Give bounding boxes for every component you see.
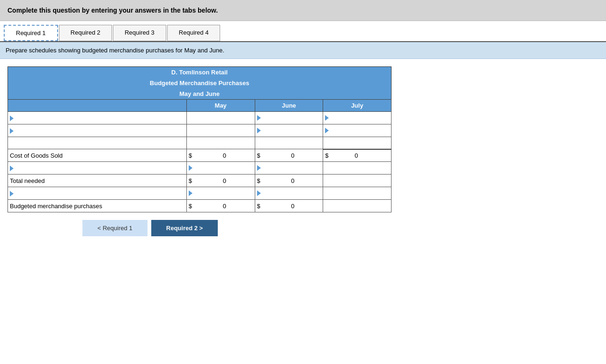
header-bar: Complete this question by entering your …	[0, 0, 606, 21]
cogs-july[interactable]: $	[323, 149, 392, 162]
arrow-icon	[257, 128, 261, 133]
next-button[interactable]: Required 2 >	[151, 220, 218, 236]
budgeted-july	[323, 200, 392, 212]
arrow-icon	[257, 115, 261, 121]
row7-may[interactable]	[186, 187, 255, 200]
row2-july[interactable]	[323, 124, 392, 137]
arrow-icon	[325, 115, 329, 121]
table-row	[8, 112, 392, 124]
table-row: Budgeted merchandise purchases $ $	[8, 200, 392, 212]
col-may: May	[186, 100, 255, 112]
row7-june[interactable]	[255, 187, 323, 200]
table-title: Budgeted Merchandise Purchases	[8, 78, 391, 88]
row7-july	[323, 187, 392, 200]
total-needed-may[interactable]: $	[186, 175, 255, 187]
cogs-may[interactable]: $	[186, 149, 255, 162]
budgeted-may-input[interactable]	[193, 203, 226, 210]
instruction-bar: Prepare schedules showing budgeted merch…	[0, 42, 606, 59]
arrow-icon	[189, 165, 192, 171]
col-july: July	[323, 100, 392, 112]
tabs-container: Required 1 Required 2 Required 3 Require…	[0, 21, 606, 42]
table-row	[8, 187, 392, 200]
table-period: May and June	[8, 88, 391, 99]
row7-label	[8, 187, 187, 200]
prev-button[interactable]: < Required 1	[82, 220, 148, 236]
arrow-icon	[189, 190, 192, 196]
total-needed-label: Total needed	[8, 175, 187, 187]
row5-june-input[interactable]	[262, 165, 295, 172]
col-label	[8, 100, 187, 112]
row2-june-input[interactable]	[262, 127, 295, 134]
cogs-june[interactable]: $	[255, 149, 323, 162]
budgeted-label: Budgeted merchandise purchases	[8, 200, 187, 212]
arrow-icon	[257, 190, 261, 196]
cogs-july-input[interactable]	[330, 152, 358, 159]
row5-june[interactable]	[255, 162, 323, 175]
row1-july[interactable]	[323, 112, 392, 124]
arrow-icon	[325, 128, 329, 133]
row2-may[interactable]	[186, 124, 255, 137]
budgeted-june-input[interactable]	[262, 203, 295, 210]
row2-may-input[interactable]	[189, 127, 222, 134]
budgeted-may[interactable]: $	[186, 200, 255, 212]
row5-may[interactable]	[186, 162, 255, 175]
row1-june-input[interactable]	[262, 115, 295, 122]
nav-buttons: < Required 1 Required 2 >	[82, 220, 218, 236]
company-name: D. Tomlinson Retail	[8, 67, 391, 78]
tab-required2[interactable]: Required 2	[59, 25, 112, 41]
tab-required4[interactable]: Required 4	[167, 25, 221, 41]
arrow-icon	[257, 165, 261, 171]
row1-july-input[interactable]	[330, 115, 363, 122]
col-june: June	[255, 100, 323, 112]
row2-june[interactable]	[255, 124, 323, 137]
row5-july	[323, 162, 392, 175]
row1-june[interactable]	[255, 112, 323, 124]
tab-required1[interactable]: Required 1	[4, 25, 58, 41]
row2-label	[8, 124, 187, 137]
table-row: Cost of Goods Sold $ $	[8, 149, 392, 162]
row7-june-input[interactable]	[262, 190, 295, 197]
row2-july-input[interactable]	[330, 127, 363, 134]
table-row	[8, 137, 392, 149]
arrow-icon	[10, 191, 14, 197]
header-instruction: Complete this question by entering your …	[7, 7, 218, 14]
purchases-table: May June July	[7, 99, 392, 212]
row1-may-input[interactable]	[189, 115, 222, 122]
table-row: Total needed $ $	[8, 175, 392, 187]
cogs-label: Cost of Goods Sold	[8, 149, 187, 162]
total-needed-june[interactable]: $	[255, 175, 323, 187]
arrow-icon	[10, 166, 14, 171]
cogs-may-input[interactable]	[193, 152, 226, 159]
row5-label	[8, 162, 187, 175]
total-needed-june-input[interactable]	[262, 177, 295, 184]
total-needed-july	[323, 175, 392, 187]
arrow-icon	[10, 128, 14, 134]
arrow-icon	[10, 116, 14, 121]
table-row	[8, 162, 392, 175]
column-header-row: May June July	[8, 100, 392, 112]
row5-may-input[interactable]	[194, 165, 227, 172]
tab-required3[interactable]: Required 3	[113, 25, 166, 41]
row1-label	[8, 112, 187, 124]
total-needed-may-input[interactable]	[193, 177, 226, 184]
row7-may-input[interactable]	[194, 190, 227, 197]
budgeted-june[interactable]: $	[255, 200, 323, 212]
table-row	[8, 124, 392, 137]
row1-may[interactable]	[186, 112, 255, 124]
cogs-june-input[interactable]	[262, 152, 295, 159]
